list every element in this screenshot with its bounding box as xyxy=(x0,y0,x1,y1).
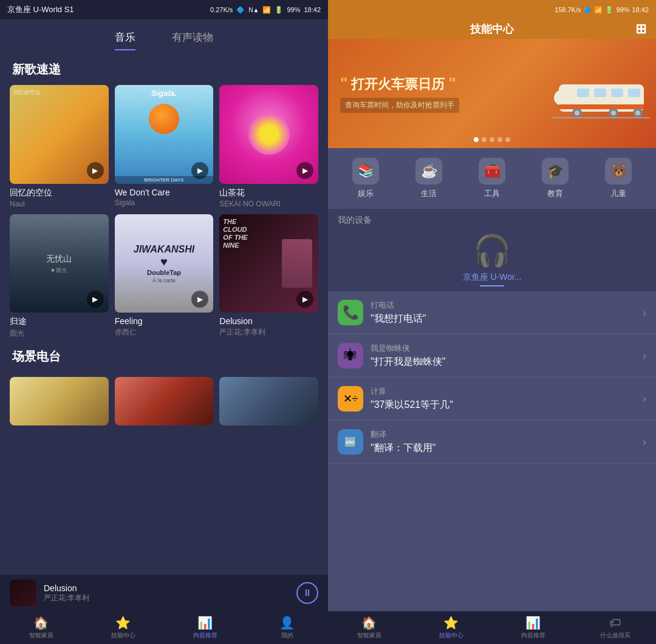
bottom-nav-left: 🏠 智能家居 ⭐ 技能中心 📊 内容推荐 👤 我的 xyxy=(0,611,328,644)
scene-card-3[interactable] xyxy=(219,377,318,425)
r-nav-smarthome[interactable]: 🏠 智能家居 xyxy=(328,615,410,640)
feature-phone[interactable]: 📞 打电话 "我想打电话" › xyxy=(328,291,656,334)
education-icon: 🎓 xyxy=(542,158,569,185)
chevron-right-icon: › xyxy=(643,393,646,405)
list-item[interactable]: 无忧山 ■ 圆光 ▶ 归途 圆光 xyxy=(10,214,109,339)
category-entertainment[interactable]: 📚 娱乐 xyxy=(352,158,379,199)
bottom-player: Delusion 严正花;李孝利 ⏸ xyxy=(0,575,328,611)
song-artist: Sigala xyxy=(115,198,214,207)
list-item[interactable]: JIWAKANSHI ♥ DoubleTap À la carte ▶ Feel… xyxy=(115,214,214,339)
tab-audiobook[interactable]: 有声读物 xyxy=(172,30,213,50)
song-thumb-2: Sigala. BRIGHTER DAYS ▶ xyxy=(115,85,214,184)
banner-text: " 打开火车票日历 " 查询车票时间，助你及时抢票到手 xyxy=(328,62,553,125)
feature-text: 计算 "37乘以521等于几" xyxy=(371,386,635,412)
feature-list: 📞 打电话 "我想打电话" › 🕷 我是蜘蛛侠 "打开我是蜘蛛侠" › ✕÷ 计… xyxy=(328,291,656,611)
svg-rect-4 xyxy=(611,89,623,97)
song-artist: 赤西仁 xyxy=(115,327,214,337)
r-nav-recommend[interactable]: 📊 内容推荐 xyxy=(492,615,574,640)
pause-button[interactable]: ⏸ xyxy=(296,582,318,604)
banner-sub: 查询车票时间，助你及时抢票到手 xyxy=(340,98,459,113)
nav-label: 技能中心 xyxy=(111,631,135,640)
nav-item-skills[interactable]: ⭐ 技能中心 xyxy=(82,615,164,640)
svg-point-12 xyxy=(635,110,640,115)
nav-item-profile[interactable]: 👤 我的 xyxy=(246,615,328,640)
tools-icon: 🧰 xyxy=(479,158,505,185)
r-nav-skills[interactable]: ⭐ 技能中心 xyxy=(410,615,492,640)
speed-indicator: 0.27K/s xyxy=(210,6,233,13)
feature-name: 计算 xyxy=(371,386,635,397)
left-panel: 京鱼座 U-World S1 0.27K/s 🔷 N▲ 📶 🔋 99% 18:4… xyxy=(0,0,328,644)
feature-name: 打电话 xyxy=(371,300,635,311)
song-title: 回忆的空位 xyxy=(10,188,109,198)
song-thumb-5: JIWAKANSHI ♥ DoubleTap À la carte ▶ xyxy=(115,214,214,313)
tab-music[interactable]: 音乐 xyxy=(115,30,135,50)
play-button[interactable]: ▶ xyxy=(87,162,104,179)
svg-rect-6 xyxy=(559,104,644,109)
nav-label: 内容推荐 xyxy=(521,631,545,640)
scene-card-1[interactable] xyxy=(10,377,109,425)
translate-icon: 🔤 xyxy=(338,429,363,455)
kids-icon: 🐻 xyxy=(605,158,632,185)
chevron-right-icon: › xyxy=(643,307,646,319)
svg-point-10 xyxy=(611,110,616,115)
list-item[interactable]: 回忆的空位 ▶ 回忆的空位 Naul xyxy=(10,85,109,208)
song-title: 山茶花 xyxy=(219,188,318,198)
svg-point-8 xyxy=(575,110,579,115)
r-nav-smzdm[interactable]: 🏷 什么值得买 xyxy=(574,616,656,640)
entertainment-icon: 📚 xyxy=(352,158,379,185)
calculator-icon: ✕÷ xyxy=(338,386,363,412)
right-app-header: 技能中心 ⊞ xyxy=(328,19,656,39)
banner-dots xyxy=(474,137,510,142)
play-button[interactable]: ▶ xyxy=(191,162,208,179)
time-display: 18:42 xyxy=(304,6,321,13)
chevron-right-icon: › xyxy=(643,436,646,449)
feature-command: "我想打电话" xyxy=(371,313,635,325)
device-card[interactable]: 🎧 京鱼座 U-Wor... xyxy=(338,226,646,291)
my-device-section: 我的设备 🎧 京鱼座 U-Wor... xyxy=(328,209,656,291)
nav-label: 我的 xyxy=(281,631,293,640)
dot-1 xyxy=(474,137,479,142)
battery-level-right: 99% xyxy=(616,6,629,13)
svg-point-1 xyxy=(554,89,576,107)
nav-label: 内容推荐 xyxy=(193,631,217,640)
bluetooth-icon: 🔷 xyxy=(236,6,245,14)
category-education[interactable]: 🎓 教育 xyxy=(542,158,569,199)
list-item[interactable]: Sigala. BRIGHTER DAYS ▶ We Don't Care Si… xyxy=(115,85,214,208)
dot-4 xyxy=(497,137,502,142)
feature-translate[interactable]: 🔤 翻译 "翻译：下载用" › xyxy=(328,421,656,464)
feature-text: 我是蜘蛛侠 "打开我是蜘蛛侠" xyxy=(371,343,635,368)
category-label: 生活 xyxy=(421,188,437,199)
svg-rect-2 xyxy=(577,89,589,97)
feature-spiderman[interactable]: 🕷 我是蜘蛛侠 "打开我是蜘蛛侠" › xyxy=(328,334,656,378)
svg-rect-5 xyxy=(628,89,640,97)
category-label: 娱乐 xyxy=(358,188,374,199)
right-status-bar: 158.7K/s 🔷 📶 🔋 99% 18:42 xyxy=(328,0,656,19)
home-icon: 🏠 xyxy=(33,615,49,630)
list-icon[interactable]: ⊞ xyxy=(635,21,646,37)
player-title: Delusion xyxy=(44,583,289,593)
song-artist: 圆光 xyxy=(10,328,109,339)
feature-calculator[interactable]: ✕÷ 计算 "37乘以521等于几" › xyxy=(328,378,656,421)
nav-item-smarthome[interactable]: 🏠 智能家居 xyxy=(0,615,82,640)
category-kids[interactable]: 🐻 儿童 xyxy=(605,158,632,199)
svg-rect-3 xyxy=(594,89,606,97)
list-item[interactable]: THECLOUDOF THENINE ▶ Delusion 严正花;李孝利 xyxy=(219,214,318,339)
life-icon: ☕ xyxy=(415,158,442,185)
nav-item-recommend[interactable]: 📊 内容推荐 xyxy=(164,615,246,640)
headphone-icon: 🎧 xyxy=(473,233,511,268)
category-life[interactable]: ☕ 生活 xyxy=(415,158,442,199)
song-artist: 严正花;李孝利 xyxy=(219,327,318,337)
list-item[interactable]: ▶ 山茶花 SEKAI NO OWARI xyxy=(219,85,318,208)
right-panel: 158.7K/s 🔷 📶 🔋 99% 18:42 技能中心 ⊞ " 打开火车票日… xyxy=(328,0,656,644)
scene-card-2[interactable] xyxy=(115,377,214,425)
device-underline xyxy=(480,285,504,286)
category-tools[interactable]: 🧰 工具 xyxy=(479,158,505,199)
play-button[interactable]: ▶ xyxy=(296,162,313,179)
device-name-text: 京鱼座 U-Wor... xyxy=(463,272,522,283)
play-button[interactable]: ▶ xyxy=(87,291,104,308)
song-thumb-3: ▶ xyxy=(219,85,318,184)
category-label: 工具 xyxy=(484,188,500,199)
feature-command: "打开我是蜘蛛侠" xyxy=(371,356,635,368)
battery-icon-right: 🔋 xyxy=(605,6,613,14)
right-bottom-nav: 🏠 智能家居 ⭐ 技能中心 📊 内容推荐 🏷 什么值得买 xyxy=(328,611,656,644)
